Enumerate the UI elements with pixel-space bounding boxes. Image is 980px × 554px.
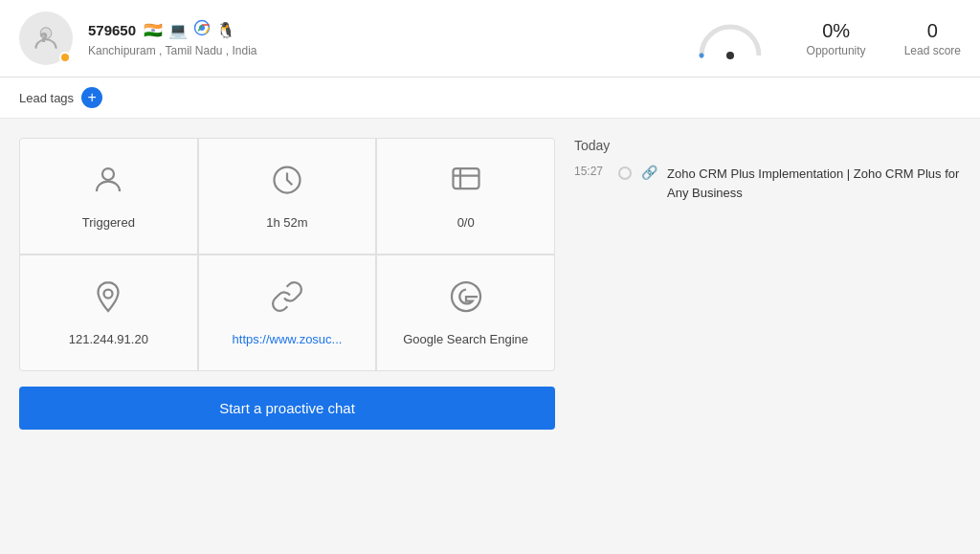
google-icon xyxy=(449,279,483,321)
clock-icon xyxy=(270,163,304,204)
linux-icon: 🐧 xyxy=(216,21,235,39)
svg-rect-8 xyxy=(453,168,479,188)
svg-point-6 xyxy=(102,168,114,180)
activity-time: 15:27 xyxy=(574,165,609,178)
user-id: 579650 xyxy=(88,22,136,38)
today-label: Today xyxy=(574,138,961,153)
add-tag-button[interactable]: + xyxy=(81,87,102,108)
user-location: Kanchipuram , Tamil Nadu , India xyxy=(88,44,677,57)
flag-india-icon: 🇮🇳 xyxy=(144,21,163,39)
message-icon xyxy=(449,163,483,204)
stats-group: 0% Opportunity 0 Lead score xyxy=(807,20,961,57)
svg-point-11 xyxy=(104,290,113,299)
right-panel: Today 15:27 🔗 Zoho CRM Plus Implementati… xyxy=(574,138,961,430)
opportunity-stat: 0% Opportunity xyxy=(807,20,866,57)
left-panel: Triggered 1h 52m xyxy=(19,138,555,430)
person-icon xyxy=(91,163,125,204)
search-engine-cell: Google Search Engine xyxy=(377,255,554,370)
lead-tags-label: Lead tags xyxy=(19,91,74,105)
messages-cell: 0/0 xyxy=(377,139,554,254)
time-label: 1h 52m xyxy=(266,215,307,230)
url-link[interactable]: https://www.zosuc... xyxy=(233,332,343,346)
header-right: 0% Opportunity 0 Lead score xyxy=(692,15,961,61)
laptop-icon: 💻 xyxy=(168,21,188,39)
svg-point-5 xyxy=(726,52,734,59)
lead-score-stat: 0 Lead score xyxy=(904,20,961,57)
time-cell: 1h 52m xyxy=(199,139,376,254)
gauge-chart xyxy=(692,15,768,61)
lead-tags-bar: Lead tags + xyxy=(0,78,980,119)
triggered-label: Triggered xyxy=(82,215,135,230)
activity-item: 15:27 🔗 Zoho CRM Plus Implementation | Z… xyxy=(574,165,961,202)
messages-label: 0/0 xyxy=(457,215,475,230)
info-grid: Triggered 1h 52m xyxy=(19,138,555,371)
opportunity-value: 0% xyxy=(822,20,850,42)
search-engine-label: Google Search Engine xyxy=(403,332,528,346)
activity-link-icon: 🔗 xyxy=(641,165,657,180)
avatar: ? xyxy=(19,11,73,65)
triggered-cell: Triggered xyxy=(20,139,197,254)
header: ? 579650 🇮🇳 💻 🐧 xyxy=(0,0,980,78)
main-content: Triggered 1h 52m xyxy=(0,119,980,449)
proactive-chat-button[interactable]: Start a proactive chat xyxy=(19,387,555,430)
location-pin-icon xyxy=(91,279,125,321)
lead-score-value: 0 xyxy=(927,20,938,42)
url-cell[interactable]: https://www.zosuc... xyxy=(199,255,376,370)
link-icon xyxy=(270,279,304,321)
user-info: 579650 🇮🇳 💻 🐧 Kanchipuram , Tamil Nadu ,… xyxy=(88,19,677,57)
lead-score-label: Lead score xyxy=(904,44,961,57)
flag-icons: 🇮🇳 💻 🐧 xyxy=(144,19,235,40)
ip-label: 121.244.91.20 xyxy=(69,332,148,346)
svg-text:?: ? xyxy=(41,32,47,43)
ip-cell: 121.244.91.20 xyxy=(20,255,197,370)
activity-circle-icon xyxy=(618,166,632,180)
opportunity-label: Opportunity xyxy=(807,44,866,57)
online-indicator xyxy=(59,52,71,63)
activity-description: Zoho CRM Plus Implementation | Zoho CRM … xyxy=(667,165,961,202)
chrome-icon xyxy=(193,19,211,40)
